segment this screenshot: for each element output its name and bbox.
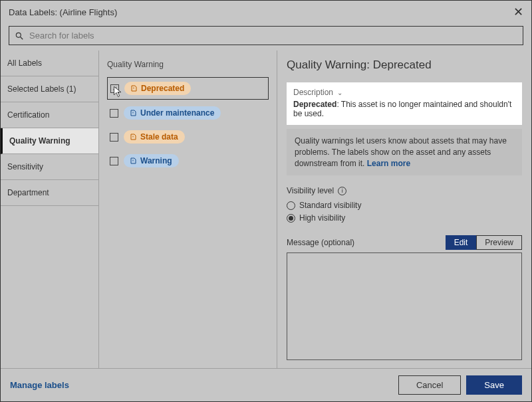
sidebar-item-sensitivity[interactable]: Sensitivity [1,154,98,180]
description-toggle[interactable]: Description ⌄ [293,88,515,97]
label-row-warning[interactable]: Warning [107,150,269,171]
label-row-deprecated[interactable]: Deprecated [107,77,269,100]
label-text: Stale data [140,132,178,142]
radio-icon [287,214,295,223]
sidebar-item-selected-labels[interactable]: Selected Labels (1) [1,76,98,102]
label-pill-warning: Warning [124,154,179,167]
search-icon [15,31,24,41]
search-input[interactable] [29,31,517,41]
search-box[interactable] [9,26,523,45]
radio-standard-visibility[interactable]: Standard visibility [287,201,522,210]
details-heading: Quality Warning: Deprecated [287,58,522,72]
label-pill-under-maintenance: Under maintenance [124,106,221,120]
label-pill-deprecated: Deprecated [124,82,191,95]
warning-icon [130,84,138,92]
label-row-under-maintenance[interactable]: Under maintenance [107,102,269,124]
label-list-panel: Quality Warning Deprecated Under mainten… [99,50,277,368]
warning-icon [129,133,137,141]
info-icon[interactable]: i [338,187,346,195]
save-button[interactable]: Save [466,375,522,395]
radio-label: High visibility [299,213,345,223]
label-pill-stale-data: Stale data [124,130,185,144]
svg-line-1 [21,37,23,39]
sidebar: All Labels Selected Labels (1) Certifica… [1,50,99,368]
manage-labels-link[interactable]: Manage labels [10,380,69,390]
sidebar-item-quality-warning[interactable]: Quality Warning [1,128,98,154]
checkbox-warning[interactable] [110,157,118,165]
radio-icon [287,201,295,210]
sidebar-item-all-labels[interactable]: All Labels [1,50,98,76]
description-bold: Deprecated [293,100,336,109]
sidebar-item-certification[interactable]: Certification [1,102,98,128]
message-label: Message (optional) [287,238,354,247]
description-box: Description ⌄ Deprecated: This asset is … [287,82,522,125]
close-icon[interactable]: ✕ [513,6,523,18]
svg-point-0 [16,33,21,37]
tab-preview[interactable]: Preview [476,235,522,250]
visibility-label: Visibility level [287,186,334,195]
label-text: Warning [140,156,172,165]
description-text: Deprecated: This asset is no longer main… [293,100,515,118]
label-text: Deprecated [141,84,184,93]
cancel-button[interactable]: Cancel [398,375,461,395]
dialog-title: Data Labels: (Airline Flights) [9,7,117,17]
warning-icon [129,109,137,117]
checkbox-stale-data[interactable] [110,133,118,142]
details-panel: Quality Warning: Deprecated Description … [277,50,531,368]
description-label: Description [293,88,333,97]
radio-label: Standard visibility [299,201,361,210]
info-box: Quality warnings let users know about as… [287,129,522,175]
learn-more-link[interactable]: Learn more [367,159,410,168]
message-textarea[interactable] [287,252,522,360]
chevron-down-icon: ⌄ [337,89,342,96]
warning-icon [129,157,137,165]
radio-high-visibility[interactable]: High visibility [287,213,522,223]
label-list-title: Quality Warning [107,60,269,69]
sidebar-item-department[interactable]: Department [1,180,98,206]
checkbox-deprecated[interactable] [110,84,119,93]
label-text: Under maintenance [140,108,214,118]
tab-edit[interactable]: Edit [446,235,477,250]
checkbox-under-maintenance[interactable] [110,109,118,118]
label-row-stale-data[interactable]: Stale data [107,126,269,148]
